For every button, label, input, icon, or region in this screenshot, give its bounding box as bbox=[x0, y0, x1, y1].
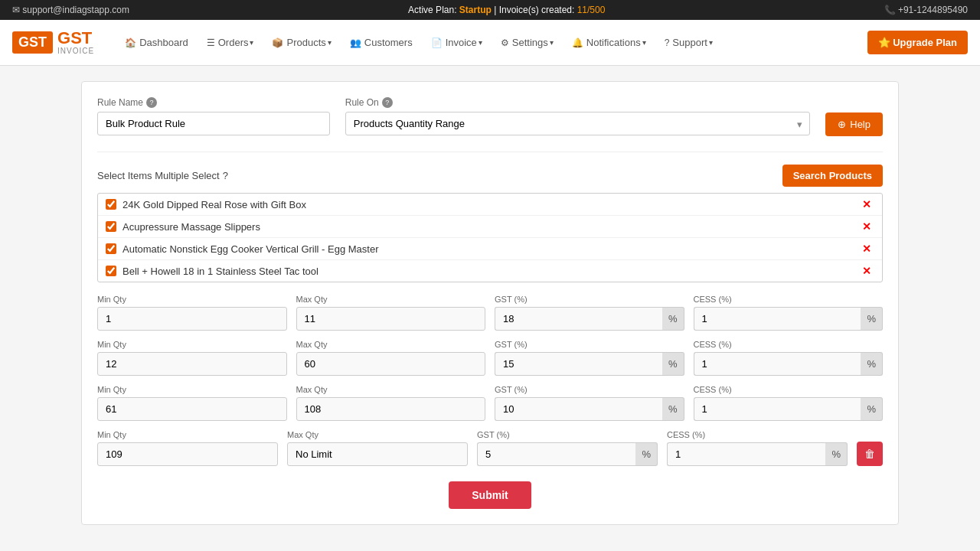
item-remove-0[interactable]: ✕ bbox=[859, 198, 874, 210]
min-qty-input-0[interactable] bbox=[97, 307, 287, 331]
rule-name-help-icon[interactable]: ? bbox=[146, 97, 157, 108]
settings-caret: ▾ bbox=[550, 38, 554, 47]
cess-input-2[interactable] bbox=[694, 397, 861, 421]
nav-notifications[interactable]: 🔔 Notifications ▾ bbox=[564, 31, 654, 54]
item-checkbox-0[interactable] bbox=[106, 199, 116, 210]
list-item: Bell + Howell 18 in 1 Stainless Steel Ta… bbox=[98, 260, 882, 282]
nav-customers[interactable]: 👥 Customers bbox=[342, 31, 420, 54]
select-items-help-icon[interactable]: ? bbox=[223, 170, 228, 181]
submit-button[interactable]: Submit bbox=[449, 481, 531, 509]
cess-label-2: CESS (%) bbox=[694, 385, 884, 394]
max-qty-input-1[interactable] bbox=[296, 352, 486, 376]
delete-row-button-3[interactable]: 🗑 bbox=[857, 442, 883, 466]
cess-input-wrapper-0: % bbox=[694, 307, 884, 331]
cess-group-2: CESS (%) % bbox=[694, 385, 884, 421]
list-item: Automatic Nonstick Egg Cooker Vertical G… bbox=[98, 238, 882, 260]
gst-input-0[interactable] bbox=[495, 307, 662, 331]
gst-label-0: GST (%) bbox=[495, 295, 684, 304]
qty-row-3: Min Qty Max Qty GST (%) % CESS (%) bbox=[97, 430, 883, 466]
submit-row: Submit bbox=[97, 481, 883, 509]
list-item: Acupressure Massage Slippers ✕ bbox=[98, 216, 882, 238]
nav-invoice[interactable]: 📄 Invoice ▾ bbox=[423, 31, 490, 54]
min-qty-input-1[interactable] bbox=[97, 352, 287, 376]
nav-support[interactable]: ? Support ▾ bbox=[657, 31, 720, 54]
item-remove-2[interactable]: ✕ bbox=[859, 243, 874, 255]
gst-input-wrapper-2: % bbox=[495, 397, 684, 421]
list-item: 24K Gold Dipped Real Rose with Gift Box … bbox=[98, 194, 882, 216]
gst-input-3[interactable] bbox=[477, 442, 635, 466]
support-email[interactable]: ✉ support@indiagstapp.com bbox=[12, 5, 129, 15]
gst-percent-1: % bbox=[662, 352, 684, 376]
cess-input-wrapper-2: % bbox=[694, 397, 884, 421]
max-qty-label-0: Max Qty bbox=[296, 295, 486, 304]
logo-icon: GST bbox=[12, 31, 53, 54]
rule-on-label: Rule On ? bbox=[345, 97, 811, 108]
min-qty-group-1: Min Qty bbox=[97, 340, 287, 376]
gst-group-3: GST (%) % bbox=[477, 430, 658, 466]
min-qty-input-2[interactable] bbox=[97, 397, 287, 421]
item-checkbox-1[interactable] bbox=[106, 221, 116, 232]
main-nav: GST GST INVOICE 🏠 Dashboard ☰ Orders ▾ 📦… bbox=[0, 20, 980, 66]
max-qty-group-1: Max Qty bbox=[296, 340, 486, 376]
gst-input-wrapper-3: % bbox=[477, 442, 658, 466]
invoice-icon: 📄 bbox=[431, 37, 443, 48]
item-checkbox-3[interactable] bbox=[106, 266, 116, 276]
item-remove-1[interactable]: ✕ bbox=[859, 220, 874, 233]
cess-group-0: CESS (%) % bbox=[694, 295, 884, 331]
gst-group-1: GST (%) % bbox=[495, 340, 684, 376]
max-qty-input-2[interactable] bbox=[296, 397, 486, 421]
rule-name-input[interactable] bbox=[97, 112, 330, 135]
nav-dashboard[interactable]: 🏠 Dashboard bbox=[117, 31, 196, 54]
select-items-label: Select Items Multiple Select ? bbox=[97, 170, 228, 181]
orders-icon: ☰ bbox=[207, 37, 215, 48]
cess-label-0: CESS (%) bbox=[694, 295, 884, 304]
products-icon: 📦 bbox=[272, 37, 283, 48]
cess-input-3[interactable] bbox=[667, 442, 825, 466]
min-qty-label-0: Min Qty bbox=[97, 295, 287, 304]
logo-gst: GST bbox=[57, 30, 94, 47]
min-qty-group-2: Min Qty bbox=[97, 385, 287, 421]
help-circle-icon: ⊕ bbox=[838, 119, 846, 130]
item-left-1: Acupressure Massage Slippers bbox=[106, 221, 260, 233]
gst-input-2[interactable] bbox=[495, 397, 662, 421]
rule-on-select[interactable]: Products Quantity Range Order Total Cust… bbox=[345, 112, 811, 135]
logo-text: GST INVOICE bbox=[57, 30, 94, 55]
active-plan-info: Active Plan: Startup | Invoice(s) create… bbox=[408, 5, 605, 15]
item-name-0: 24K Gold Dipped Real Rose with Gift Box bbox=[122, 199, 306, 210]
dashboard-icon: 🏠 bbox=[125, 37, 136, 48]
nav-links: 🏠 Dashboard ☰ Orders ▾ 📦 Products ▾ 👥 Cu… bbox=[117, 31, 968, 54]
gst-input-1[interactable] bbox=[495, 352, 662, 376]
settings-icon: ⚙ bbox=[501, 37, 509, 48]
gst-percent-2: % bbox=[662, 397, 684, 421]
gst-label-2: GST (%) bbox=[495, 385, 684, 394]
min-qty-input-3[interactable] bbox=[97, 442, 278, 466]
item-remove-3[interactable]: ✕ bbox=[859, 265, 874, 277]
qty-row-2: Min Qty Max Qty GST (%) % CESS (%) bbox=[97, 385, 883, 421]
select-items-section: Select Items Multiple Select ? Search Pr… bbox=[97, 165, 883, 282]
gst-input-wrapper-0: % bbox=[495, 307, 684, 331]
cess-input-wrapper-3: % bbox=[667, 442, 848, 466]
cess-percent-2: % bbox=[861, 397, 883, 421]
max-qty-input-0[interactable] bbox=[296, 307, 486, 331]
help-button[interactable]: ⊕ Help bbox=[825, 112, 883, 136]
item-checkbox-2[interactable] bbox=[106, 243, 116, 254]
max-qty-group-0: Max Qty bbox=[296, 295, 486, 331]
phone-number: 📞 +91-1244895490 bbox=[884, 5, 968, 15]
cess-input-0[interactable] bbox=[694, 307, 861, 331]
nav-products[interactable]: 📦 Products ▾ bbox=[264, 31, 338, 54]
item-left-2: Automatic Nonstick Egg Cooker Vertical G… bbox=[106, 243, 379, 255]
min-qty-label-3: Min Qty bbox=[97, 430, 278, 439]
nav-settings[interactable]: ⚙ Settings ▾ bbox=[493, 31, 561, 54]
cess-input-1[interactable] bbox=[694, 352, 861, 376]
nav-orders[interactable]: ☰ Orders ▾ bbox=[199, 31, 262, 54]
upgrade-plan-button[interactable]: ⭐ Upgrade Plan bbox=[867, 31, 968, 54]
top-bar: ✉ support@indiagstapp.com Active Plan: S… bbox=[0, 0, 980, 20]
search-products-button[interactable]: Search Products bbox=[782, 165, 883, 187]
rule-form-row: Rule Name ? Rule On ? Products Quantity … bbox=[97, 97, 883, 136]
form-card: Rule Name ? Rule On ? Products Quantity … bbox=[81, 81, 899, 525]
rule-on-help-icon[interactable]: ? bbox=[382, 97, 393, 108]
cess-label-3: CESS (%) bbox=[667, 430, 848, 439]
support-caret: ▾ bbox=[709, 38, 713, 47]
rule-name-group: Rule Name ? bbox=[97, 97, 330, 135]
max-qty-input-3[interactable] bbox=[287, 442, 468, 466]
